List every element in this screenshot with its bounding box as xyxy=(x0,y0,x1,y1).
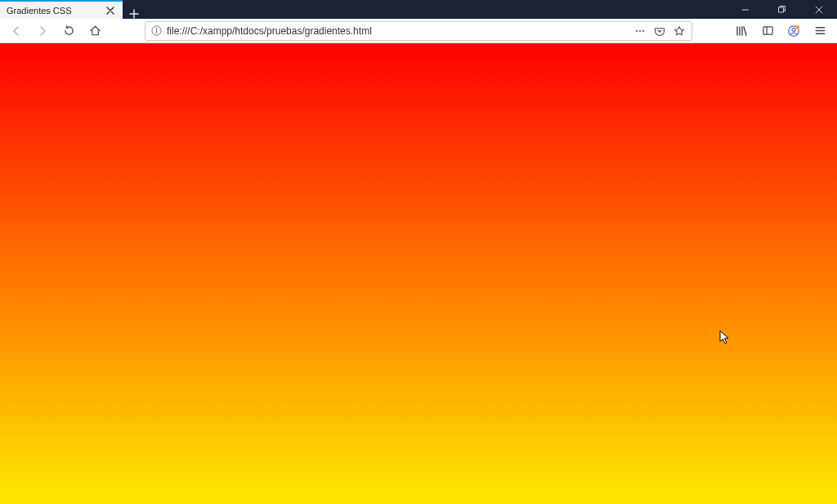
url-text[interactable]: file:///C:/xampp/htdocs/pruebas/gradient… xyxy=(167,25,628,37)
svg-point-4 xyxy=(639,29,641,31)
ellipsis-icon[interactable] xyxy=(633,24,647,38)
toolbar-right xyxy=(732,22,830,40)
title-bar: Gradientes CSS xyxy=(0,0,837,19)
back-button[interactable] xyxy=(7,21,26,41)
urlbar-container: file:///C:/xampp/htdocs/pruebas/gradient… xyxy=(111,21,726,41)
svg-rect-6 xyxy=(763,27,772,34)
svg-rect-0 xyxy=(779,7,784,12)
close-icon[interactable] xyxy=(105,5,116,16)
url-bar[interactable]: file:///C:/xampp/htdocs/pruebas/gradient… xyxy=(145,21,692,41)
tab-strip: Gradientes CSS xyxy=(0,0,145,19)
maximize-button[interactable] xyxy=(763,0,800,19)
account-icon[interactable] xyxy=(785,22,803,40)
svg-point-9 xyxy=(795,25,799,29)
svg-point-2 xyxy=(155,28,157,29)
reload-button[interactable] xyxy=(59,21,78,41)
star-icon[interactable] xyxy=(672,24,687,38)
window-controls xyxy=(727,0,837,19)
tab-title: Gradientes CSS xyxy=(7,6,105,16)
page-content xyxy=(0,43,837,504)
nav-toolbar: file:///C:/xampp/htdocs/pruebas/gradient… xyxy=(0,19,837,43)
svg-point-8 xyxy=(792,28,795,31)
forward-button[interactable] xyxy=(33,21,52,41)
browser-viewport xyxy=(0,43,837,504)
library-icon[interactable] xyxy=(732,22,750,40)
home-button[interactable] xyxy=(85,21,105,41)
sidebar-icon[interactable] xyxy=(759,22,777,40)
hamburger-menu-icon[interactable] xyxy=(811,22,829,40)
minimize-button[interactable] xyxy=(727,0,763,19)
tab-active[interactable]: Gradientes CSS xyxy=(0,0,123,19)
new-tab-button[interactable] xyxy=(123,9,145,19)
svg-point-5 xyxy=(642,29,644,31)
info-icon[interactable] xyxy=(150,25,162,37)
titlebar-spacer[interactable] xyxy=(145,0,727,19)
svg-point-3 xyxy=(636,29,638,31)
pocket-icon[interactable] xyxy=(652,24,667,38)
window-close-button[interactable] xyxy=(800,0,837,19)
